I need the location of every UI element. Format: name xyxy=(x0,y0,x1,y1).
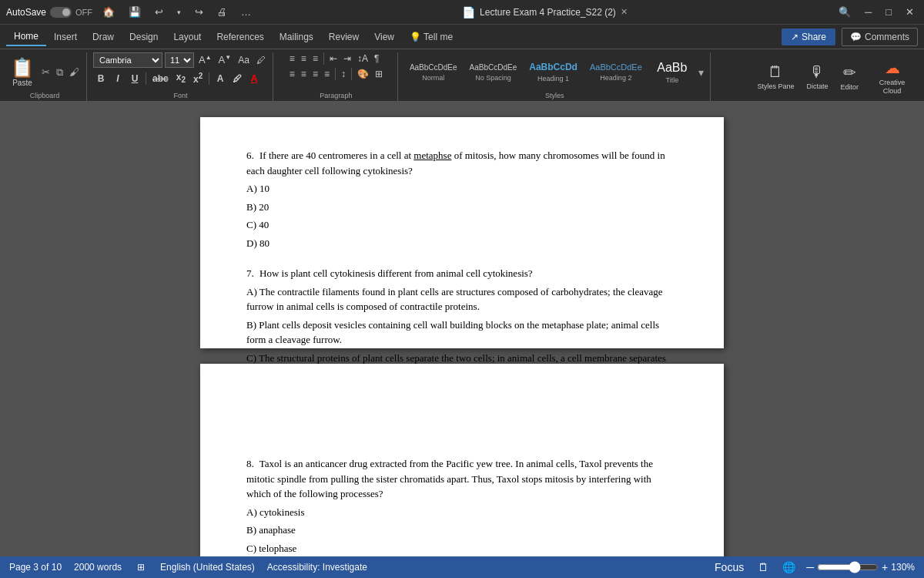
font-grow-btn[interactable]: A▲ xyxy=(196,53,214,66)
bullets-btn[interactable]: ≡ xyxy=(287,52,297,65)
text-effects-btn[interactable]: A xyxy=(213,72,228,85)
subscript-btn[interactable]: x2 xyxy=(173,71,189,85)
style-normal[interactable]: AaBbCcDdEe Normal xyxy=(404,61,463,84)
line-spacing-btn[interactable]: ↕ xyxy=(339,68,348,80)
sort-btn[interactable]: ↕A xyxy=(355,52,370,65)
tab-mailings[interactable]: Mailings xyxy=(272,29,321,45)
font-color-btn[interactable]: A xyxy=(246,72,262,85)
redo-btn[interactable]: ↪ xyxy=(191,5,207,19)
comments-icon: 💬 xyxy=(850,32,862,42)
print-layout-btn[interactable]: 🗒 xyxy=(755,560,772,575)
zoom-out-btn[interactable]: ─ xyxy=(806,561,814,573)
style-heading1[interactable]: AaBbCcDd Heading 1 xyxy=(524,59,583,84)
ribbon-tabs-row: Home Insert Draw Design Layout Reference… xyxy=(0,25,924,49)
borders-btn[interactable]: ⊞ xyxy=(373,68,385,80)
style-title[interactable]: AaBb Title xyxy=(649,58,695,86)
tab-review[interactable]: Review xyxy=(321,29,367,45)
q6-underlined: metaphse xyxy=(413,150,451,161)
save-icon[interactable]: 💾 xyxy=(125,5,145,19)
font-label: Font xyxy=(173,92,187,101)
change-case-btn[interactable]: Aa xyxy=(236,54,252,66)
align-center-btn[interactable]: ≡ xyxy=(299,68,309,80)
comments-button[interactable]: 💬 Comments xyxy=(842,28,918,46)
styles-scroll-btn[interactable]: ▾ xyxy=(697,65,705,80)
paste-icon: 📋 xyxy=(11,57,34,79)
doc-icon: 📄 xyxy=(462,6,475,18)
autosave-state: OFF xyxy=(75,8,92,17)
word-count-icon[interactable]: ⊞ xyxy=(134,560,148,574)
format-painter-button[interactable]: 🖌 xyxy=(67,66,82,79)
q7-b: B) Plant cells deposit vesicles containi… xyxy=(246,318,678,348)
home-icon[interactable]: 🏠 xyxy=(99,5,119,19)
creative-cloud-button[interactable]: ☁ Creative Cloud xyxy=(866,55,918,99)
zoom-level: 130% xyxy=(891,562,915,573)
style-heading1-preview: AaBbCcDd xyxy=(529,62,578,72)
paragraph-group: ≡ ≡ ≡ ⇤ ⇥ ↕A ¶ ≡ ≡ ≡ ≡ ↕ 🎨 ⊞ Paragraph xyxy=(275,52,398,101)
style-normal-preview: AaBbCcDdEe xyxy=(410,63,457,72)
undo-dropdown[interactable]: ▾ xyxy=(173,7,185,18)
close-doc-btn[interactable]: ✕ xyxy=(621,7,628,17)
cut-button[interactable]: ✂ xyxy=(39,66,52,79)
tab-references[interactable]: References xyxy=(209,29,271,45)
styles-pane-button[interactable]: 🗒 Styles Pane xyxy=(752,60,798,94)
tab-layout[interactable]: Layout xyxy=(166,29,209,45)
copy-button[interactable]: ⧉ xyxy=(54,66,65,79)
zoom-slider[interactable] xyxy=(817,561,879,573)
numbering-btn[interactable]: ≡ xyxy=(299,52,309,65)
bold-btn[interactable]: B xyxy=(93,72,109,85)
share-button[interactable]: ↗ Share xyxy=(782,29,835,45)
autosave-toggle[interactable] xyxy=(50,7,72,18)
font-shrink-btn[interactable]: A▼ xyxy=(216,53,234,66)
title-bar: AutoSave OFF 🏠 💾 ↩ ▾ ↪ 🖨 … 📄 Lecture Exa… xyxy=(0,0,924,25)
search-btn[interactable]: 🔍 xyxy=(835,5,855,19)
tab-view[interactable]: View xyxy=(367,29,402,45)
focus-button[interactable]: Focus xyxy=(711,560,747,575)
undo-btn[interactable]: ↩ xyxy=(151,5,167,19)
close-btn[interactable]: ✕ xyxy=(902,5,918,19)
tab-draw[interactable]: Draw xyxy=(85,29,122,45)
zoom-in-btn[interactable]: + xyxy=(882,561,888,573)
title-bar-center: 📄 Lecture Exam 4 Practice_S22 (2) ✕ xyxy=(462,6,628,18)
style-title-preview: AaBb xyxy=(657,60,687,75)
style-heading2[interactable]: AaBbCcDdEe Heading 2 xyxy=(584,60,648,84)
font-family-select[interactable]: Cambria xyxy=(93,52,162,68)
minimize-btn[interactable]: ─ xyxy=(861,5,875,19)
highlight-btn[interactable]: 🖊 xyxy=(229,72,245,85)
decrease-indent-btn[interactable]: ⇤ xyxy=(327,52,340,65)
paste-label: Paste xyxy=(12,79,32,87)
pilcrow-btn[interactable]: ¶ xyxy=(372,52,381,65)
increase-indent-btn[interactable]: ⇥ xyxy=(341,52,353,65)
autosave-label: AutoSave xyxy=(6,7,46,18)
strikethrough-btn[interactable]: abc xyxy=(149,72,172,85)
tab-home[interactable]: Home xyxy=(6,28,46,46)
italic-btn[interactable]: I xyxy=(110,72,126,85)
shading-btn[interactable]: 🎨 xyxy=(355,68,371,80)
tab-tell-me[interactable]: 💡 Tell me xyxy=(402,29,460,45)
superscript-btn[interactable]: x2 xyxy=(190,71,206,86)
styles-pane-icon: 🗒 xyxy=(768,63,783,81)
clear-format-btn[interactable]: 🖊 xyxy=(254,54,268,66)
style-heading2-preview: AaBbCcDdEe xyxy=(590,62,642,72)
align-right-btn[interactable]: ≡ xyxy=(310,68,320,80)
para-row-1: ≡ ≡ ≡ ⇤ ⇥ ↕A ¶ xyxy=(287,52,382,65)
print-preview-btn[interactable]: 🖨 xyxy=(213,5,231,19)
word-count: 2000 words xyxy=(74,562,122,573)
q7-text: 7. How is plant cell cytokinesis differe… xyxy=(246,266,678,281)
align-left-btn[interactable]: ≡ xyxy=(287,68,297,80)
q6-d: D) 80 xyxy=(246,236,678,251)
tab-design[interactable]: Design xyxy=(122,29,166,45)
maximize-btn[interactable]: □ xyxy=(882,5,896,19)
paste-button[interactable]: 📋 Paste xyxy=(8,55,37,89)
underline-btn[interactable]: U xyxy=(127,72,142,85)
doc-title: Lecture Exam 4 Practice_S22 (2) xyxy=(480,7,616,18)
more-btn[interactable]: … xyxy=(237,5,255,19)
web-layout-btn[interactable]: 🌐 xyxy=(779,560,798,575)
dictate-button[interactable]: 🎙 Dictate xyxy=(802,60,832,93)
editor-button[interactable]: ✏ Editor xyxy=(835,60,863,94)
tab-insert[interactable]: Insert xyxy=(46,29,85,45)
paragraph-label: Paragraph xyxy=(320,92,352,101)
multilevel-btn[interactable]: ≡ xyxy=(310,52,320,65)
justify-btn[interactable]: ≡ xyxy=(322,68,332,80)
style-no-spacing[interactable]: AaBbCcDdEe No Spacing xyxy=(464,61,523,84)
font-size-select[interactable]: 11 xyxy=(165,52,194,68)
